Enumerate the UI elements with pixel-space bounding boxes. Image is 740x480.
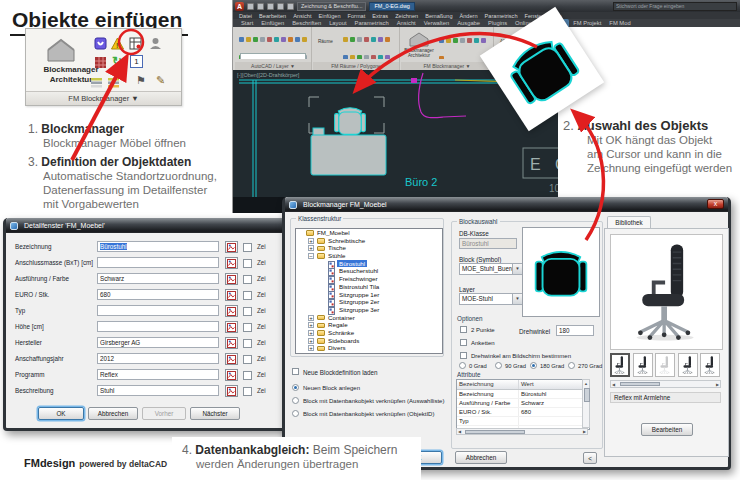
pick-value-icon[interactable] bbox=[225, 369, 238, 381]
ribbon-icon[interactable] bbox=[378, 37, 383, 42]
ribbon-icon[interactable] bbox=[460, 38, 465, 43]
ok-button[interactable]: OK bbox=[38, 407, 84, 420]
tree-item-besucherstuhl[interactable]: Besucherstuhl bbox=[296, 267, 442, 275]
ribbon-tab-start[interactable]: Start bbox=[237, 19, 257, 27]
ribbon-tab-beschriften[interactable]: Beschriften bbox=[288, 19, 325, 27]
library-thumbnail[interactable] bbox=[678, 353, 698, 377]
menu-item[interactable]: Ändern bbox=[460, 13, 478, 19]
option-check-row[interactable]: Drehwinkel am Bildschirm bestimmen bbox=[460, 352, 600, 361]
ribbon-icon[interactable] bbox=[253, 37, 258, 42]
tree-expander[interactable]: + bbox=[308, 330, 314, 336]
field-input-anschaffungsjahr[interactable]: 2012 bbox=[97, 353, 219, 364]
viewport-label[interactable]: [-][Oben][2D-Drahtkörper] bbox=[237, 72, 299, 78]
layer-dropdown[interactable]: MOE-Stuhl▼ bbox=[459, 293, 523, 305]
tree-item-container[interactable]: +Container bbox=[296, 314, 442, 322]
chevron-down-icon[interactable]: ▼ bbox=[512, 264, 522, 274]
tree-expander[interactable]: + bbox=[308, 322, 314, 328]
ribbon-icon[interactable] bbox=[343, 55, 348, 59]
pick-value-icon[interactable] bbox=[225, 337, 238, 349]
desk-block[interactable] bbox=[311, 135, 386, 175]
checkbox[interactable] bbox=[460, 339, 467, 346]
block-symbol-dropdown[interactable]: MOE_Stuhl_Buero▼ bbox=[459, 263, 523, 275]
tree-item-b-rostuhl[interactable]: Bürostuhl bbox=[296, 260, 442, 268]
field-input-anschlussmasse-bxt-cm-[interactable] bbox=[97, 257, 219, 268]
tree-expander[interactable]: + bbox=[308, 345, 314, 351]
menu-item[interactable]: Extras bbox=[372, 13, 388, 19]
ribbon-icon[interactable] bbox=[378, 55, 383, 59]
attribute-row[interactable]: EURO / Stk.680 bbox=[457, 408, 589, 417]
tree-expander[interactable]: + bbox=[308, 338, 314, 344]
option-check-row[interactable]: Anketten bbox=[460, 339, 600, 348]
detailfenster-titlebar[interactable]: Detailfenster 'FM_Moebel' bbox=[6, 218, 297, 233]
drehwinkel-input[interactable]: 180 bbox=[556, 325, 594, 336]
blockmanager-titlebar[interactable]: Blockmanager FM_Moebel x bbox=[285, 197, 728, 212]
menu-item[interactable]: Datei bbox=[239, 13, 252, 19]
field-input-hersteller[interactable]: Girsberger AG bbox=[97, 337, 219, 348]
ribbon-icon[interactable] bbox=[467, 38, 472, 43]
tree-item-sitzgruppe-3er[interactable]: Sitzgruppe 3er bbox=[296, 306, 442, 314]
chevron-down-icon[interactable]: ▼ bbox=[512, 294, 522, 304]
warning-icon[interactable]: ! bbox=[111, 36, 124, 49]
attribute-table[interactable]: BezeichnungWertBezeichnungBürostuhlAusfü… bbox=[456, 379, 590, 430]
tree-item-sitzgruppe-2er[interactable]: Sitzgruppe 2er bbox=[296, 298, 442, 306]
tree-item-fm-moebel[interactable]: FM_Moebel bbox=[296, 229, 442, 237]
tree-expander[interactable]: + bbox=[308, 238, 314, 244]
ribbon-icon[interactable] bbox=[364, 37, 369, 42]
flag-icon[interactable]: ⚑ bbox=[136, 74, 149, 87]
qat-icon[interactable] bbox=[257, 3, 264, 10]
tree-item-freischwinger[interactable]: Freischwinger bbox=[296, 275, 442, 283]
tree-item-sitzgruppe-1er[interactable]: Sitzgruppe 1er bbox=[296, 291, 442, 299]
close-icon[interactable]: x bbox=[707, 199, 724, 209]
layer-combo[interactable] bbox=[240, 53, 306, 59]
radio[interactable] bbox=[459, 362, 466, 369]
house-icon[interactable] bbox=[44, 37, 78, 63]
pick-value-icon[interactable] bbox=[225, 385, 238, 397]
pick-value-icon[interactable] bbox=[225, 241, 238, 253]
ribbon-icon[interactable] bbox=[364, 55, 369, 59]
tree-item-schreibtische[interactable]: +Schreibtische bbox=[296, 237, 442, 245]
ribbon-icon[interactable] bbox=[439, 56, 444, 59]
ribbon-icon[interactable] bbox=[281, 37, 286, 42]
library-thumbnail[interactable] bbox=[700, 353, 720, 377]
shield-icon[interactable] bbox=[94, 36, 107, 49]
menu-item[interactable]: Ansicht bbox=[293, 13, 311, 19]
attribute-vscrollbar[interactable]: ▲ bbox=[582, 379, 590, 428]
ribbon-icon[interactable] bbox=[288, 37, 293, 42]
menu-item[interactable]: Bemaßung bbox=[425, 13, 452, 19]
row-checkbox[interactable] bbox=[243, 259, 252, 268]
pick-value-icon[interactable] bbox=[225, 289, 238, 301]
panel-caption-2[interactable]: FM Blockmanager ▼ bbox=[401, 62, 493, 70]
radio[interactable] bbox=[568, 362, 575, 369]
library-thumbnail[interactable] bbox=[610, 353, 630, 377]
checkbox[interactable] bbox=[292, 368, 299, 375]
tree-expander[interactable]: − bbox=[308, 253, 314, 259]
tree-item-divers[interactable]: +Divers bbox=[296, 344, 442, 352]
ribbon-icon[interactable] bbox=[446, 38, 451, 43]
person-icon[interactable] bbox=[149, 36, 162, 49]
fm-blockmanager-panel-caption[interactable]: FM Blockmanager ▼ bbox=[26, 91, 181, 105]
qat-icon[interactable] bbox=[267, 3, 274, 10]
radio[interactable] bbox=[292, 384, 299, 391]
menu-item[interactable]: Einfügen bbox=[318, 13, 340, 19]
row-checkbox[interactable] bbox=[243, 355, 252, 364]
ribbon-icon[interactable] bbox=[371, 37, 376, 42]
row-checkbox[interactable] bbox=[243, 307, 252, 316]
pick-value-icon[interactable] bbox=[225, 321, 238, 333]
menu-item[interactable]: Bearbeiten bbox=[259, 13, 286, 19]
radio[interactable] bbox=[495, 362, 502, 369]
qat-icon[interactable] bbox=[247, 3, 254, 10]
tree-item-regale[interactable]: +Regale bbox=[296, 321, 442, 329]
tree-item-tische[interactable]: +Tische bbox=[296, 244, 442, 252]
abbrechen-button[interactable]: Abbrechen bbox=[88, 407, 138, 420]
pick-value-icon[interactable] bbox=[225, 353, 238, 365]
ribbon-icon[interactable] bbox=[350, 55, 355, 59]
workspace-dropdown[interactable]: Zeichnung & Beschriftu... bbox=[297, 2, 366, 11]
checkbox[interactable] bbox=[460, 326, 467, 333]
radio[interactable] bbox=[292, 397, 299, 404]
row-checkbox[interactable] bbox=[243, 371, 252, 380]
layer-list-icon[interactable] bbox=[90, 74, 103, 87]
ribbon-tab-fm-projekt[interactable]: FM Projekt bbox=[569, 19, 605, 27]
attribute-row[interactable]: BezeichnungBürostuhl bbox=[457, 390, 589, 399]
chair-block[interactable] bbox=[335, 108, 366, 135]
row-checkbox[interactable] bbox=[243, 387, 252, 396]
